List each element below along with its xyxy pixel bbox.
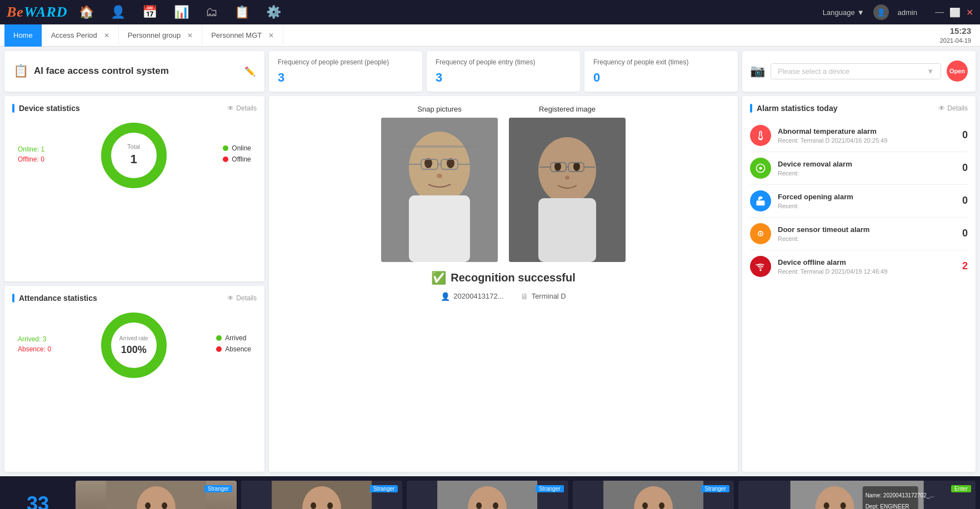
right-panel: Alarm statistics today 👁 Details Abnorma… bbox=[742, 96, 976, 472]
alarm-door-sensor-text: Door sensor timeout alarm Recent: bbox=[778, 225, 944, 242]
chevron-down-icon: ▼ bbox=[927, 67, 934, 75]
attendance-legend: Arrived Absence bbox=[216, 334, 251, 356]
svg-point-43 bbox=[476, 502, 482, 509]
alarm-door-sensor-name: Door sensor timeout alarm bbox=[778, 225, 944, 234]
bottom-item-1[interactable]: Stranger Device: Terminal D Time: 14:50:… bbox=[241, 481, 402, 509]
alarm-temperature-recent: Recent: Terminal D 2021/04/16 20:25:49 bbox=[778, 137, 944, 144]
home-nav-icon[interactable]: 🏠 bbox=[79, 5, 94, 19]
stranger-badge-1: Stranger bbox=[370, 485, 398, 492]
svg-point-19 bbox=[554, 162, 561, 171]
language-selector[interactable]: Language ▼ bbox=[823, 8, 864, 17]
device-select-placeholder: Please select a device bbox=[778, 67, 849, 75]
alarm-temperature-name: Abnormal temperature alarm bbox=[778, 127, 944, 135]
alarm-removal-text: Device removal alarm Recent: bbox=[778, 160, 944, 177]
absence-stat: Absence: 0 bbox=[18, 345, 51, 353]
offline-stat: Offline: 0 bbox=[18, 155, 44, 163]
terminal-info: 🖥 Terminal D bbox=[521, 292, 566, 301]
success-icon: ✅ bbox=[431, 271, 446, 285]
recognition-terminal: Terminal D bbox=[532, 292, 566, 300]
title-bar-decorator-3 bbox=[750, 104, 752, 113]
maximize-button[interactable]: ⬜ bbox=[949, 7, 961, 18]
settings-nav-icon[interactable]: ⚙️ bbox=[266, 5, 281, 19]
alarm-details-link[interactable]: 👁 Details bbox=[938, 104, 968, 112]
absence-legend-dot bbox=[216, 346, 222, 352]
device-icon: 📷 bbox=[750, 64, 765, 78]
recognition-status: ✅ Recognition successful bbox=[278, 271, 729, 285]
alarm-removal-count: 0 bbox=[951, 162, 968, 174]
file-lock-nav-icon[interactable]: 🗂 bbox=[206, 5, 218, 19]
attendance-stats-details[interactable]: 👁 Details bbox=[227, 294, 257, 302]
device-stats-header: Device statistics 👁 Details bbox=[12, 104, 257, 113]
alarm-card-title: Alarm statistics today bbox=[750, 104, 838, 113]
close-button[interactable]: ✕ bbox=[966, 7, 973, 18]
stat-box-exit: Frequency of people exit (times) 0 bbox=[584, 51, 738, 92]
recognition-info: 👤 20200413172... 🖥 Terminal D bbox=[278, 292, 729, 301]
alarm-removal-icon bbox=[750, 158, 771, 179]
bottom-item-2[interactable]: Stranger Device: Terminal D Time: 14:50:… bbox=[407, 481, 568, 509]
calendar-nav-icon[interactable]: 📅 bbox=[142, 5, 157, 19]
tab-personnel-mgt-close[interactable]: ✕ bbox=[268, 32, 274, 39]
tabbar: Home Access Period ✕ Personnel group ✕ P… bbox=[0, 24, 980, 47]
alarm-item-temperature: Abnormal temperature alarm Recent: Termi… bbox=[750, 119, 968, 152]
person-nav-icon[interactable]: 👤 bbox=[111, 5, 126, 19]
edit-icon[interactable]: ✏️ bbox=[244, 66, 256, 77]
alarm-removal-name: Device removal alarm bbox=[778, 160, 944, 168]
bottom-item-0[interactable]: Stranger Device: Terminal D Time: 14:50:… bbox=[76, 481, 237, 509]
user-avatar: 👤 bbox=[873, 4, 889, 20]
bottom-item-4[interactable]: Name: 20200413172702_... Dept: ENGINEER … bbox=[738, 481, 976, 509]
eye-icon-2: 👁 bbox=[227, 294, 234, 302]
tab-personnel-group-label: Personnel group bbox=[128, 31, 181, 39]
attendance-donut-center: Arrived rate 100% bbox=[119, 334, 148, 357]
title-bar-decorator bbox=[12, 104, 14, 113]
user-id-info: 👤 20200413172... bbox=[441, 292, 503, 301]
tab-personnel-mgt[interactable]: Personnel MGT ✕ bbox=[202, 24, 283, 47]
stranger-badge-3: Stranger bbox=[701, 485, 729, 492]
titlebar: BeWARD 🏠 👤 📅 📊 🗂 📋 ⚙️ Language ▼ 👤 admin… bbox=[0, 0, 980, 24]
date-display: 2021-04-19 bbox=[940, 37, 971, 45]
registered-label: Registered image bbox=[509, 105, 626, 113]
system-icon: 📋 bbox=[13, 64, 28, 78]
alarm-offline-text: Device offline alarm Recent: Terminal D … bbox=[778, 258, 944, 275]
registered-image bbox=[509, 118, 626, 262]
tab-home-label: Home bbox=[13, 31, 33, 39]
middle-panel: Snap pictures bbox=[269, 96, 738, 472]
snap-label: Snap pictures bbox=[381, 105, 498, 113]
tab-home[interactable]: Home bbox=[4, 24, 42, 47]
stat-exit-label: Frequency of people exit (times) bbox=[593, 58, 729, 67]
stat-entry-label: Frequency of people entry (times) bbox=[436, 58, 571, 67]
grid-nav-icon[interactable]: 📊 bbox=[174, 5, 189, 19]
arrived-legend-dot bbox=[216, 335, 222, 341]
tab-access-period[interactable]: Access Period ✕ bbox=[42, 24, 119, 47]
alarm-forced-name: Forced opening alarm bbox=[778, 193, 944, 201]
svg-point-17 bbox=[538, 137, 596, 204]
left-panel: Device statistics 👁 Details Online: 1 Of… bbox=[4, 96, 264, 472]
tab-personnel-group[interactable]: Personnel group ✕ bbox=[119, 24, 202, 47]
tab-access-period-close[interactable]: ✕ bbox=[104, 32, 109, 39]
alarm-card-header: Alarm statistics today 👁 Details bbox=[750, 104, 968, 113]
device-selector-card: 📷 Please select a device ▼ Open bbox=[742, 51, 976, 92]
device-stats-card: Device statistics 👁 Details Online: 1 Of… bbox=[4, 96, 264, 282]
eye-icon: 👁 bbox=[227, 104, 234, 112]
titlebar-right: Language ▼ 👤 admin — ⬜ ✕ bbox=[823, 4, 973, 20]
registered-image-wrap: Registered image bbox=[509, 105, 626, 262]
open-button[interactable]: Open bbox=[947, 61, 968, 82]
recognition-status-text: Recognition successful bbox=[451, 271, 576, 284]
logo: BeWARD bbox=[7, 4, 68, 21]
tab-access-period-label: Access Period bbox=[51, 31, 97, 39]
alarm-offline-recent: Recent: Terminal D 2021/04/19 12:46:49 bbox=[778, 268, 944, 275]
device-select-dropdown[interactable]: Please select a device ▼ bbox=[771, 63, 941, 79]
svg-text:Dept: ENGINEER: Dept: ENGINEER bbox=[865, 503, 909, 509]
minimize-button[interactable]: — bbox=[935, 7, 944, 18]
alarm-offline-icon bbox=[750, 256, 771, 277]
bottom-item-3[interactable]: Stranger Device: Terminal D Time: 14:50:… bbox=[573, 481, 734, 509]
tab-personnel-group-close[interactable]: ✕ bbox=[187, 32, 193, 39]
svg-point-21 bbox=[565, 175, 569, 179]
device-stats-details[interactable]: 👁 Details bbox=[227, 104, 257, 112]
counter-value: 33 bbox=[27, 492, 49, 509]
svg-rect-28 bbox=[757, 200, 765, 205]
user-label: admin bbox=[898, 8, 917, 17]
document-nav-icon[interactable]: 📋 bbox=[234, 5, 249, 19]
online-stat: Online: 1 bbox=[18, 145, 44, 153]
svg-point-9 bbox=[437, 174, 442, 178]
stat-present-label: Frequency of people present (people) bbox=[278, 58, 413, 67]
